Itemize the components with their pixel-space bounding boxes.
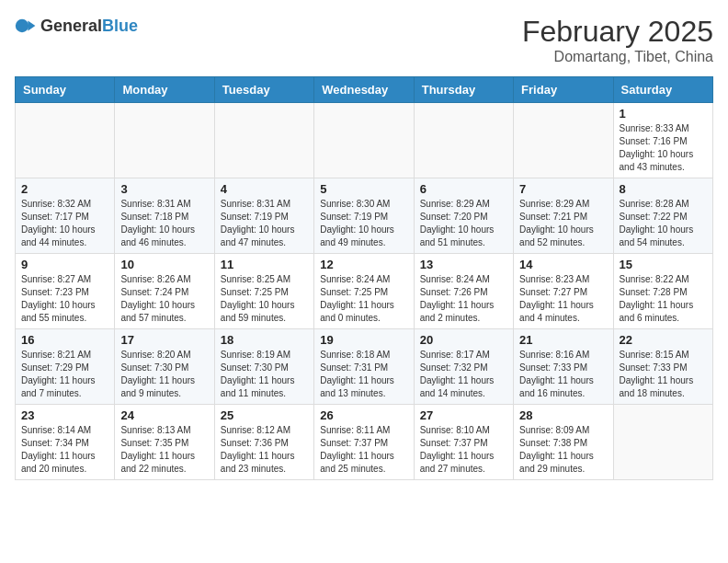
day-number: 26 bbox=[320, 408, 407, 422]
calendar-cell: 27Sunrise: 8:10 AM Sunset: 7:37 PM Dayli… bbox=[414, 405, 513, 480]
day-info: Sunrise: 8:24 AM Sunset: 7:26 PM Dayligh… bbox=[420, 273, 507, 325]
logo-icon bbox=[15, 15, 37, 37]
day-info: Sunrise: 8:19 AM Sunset: 7:30 PM Dayligh… bbox=[221, 349, 308, 400]
page-header: GeneralBlue February 2025 Domartang, Tib… bbox=[15, 15, 713, 65]
calendar-cell: 16Sunrise: 8:21 AM Sunset: 7:29 PM Dayli… bbox=[16, 329, 115, 405]
calendar-cell: 15Sunrise: 8:22 AM Sunset: 7:28 PM Dayli… bbox=[613, 254, 712, 329]
calendar-cell: 26Sunrise: 8:11 AM Sunset: 7:37 PM Dayli… bbox=[314, 405, 414, 480]
day-info: Sunrise: 8:24 AM Sunset: 7:25 PM Dayligh… bbox=[320, 273, 407, 325]
day-info: Sunrise: 8:14 AM Sunset: 7:34 PM Dayligh… bbox=[21, 424, 108, 476]
calendar-cell: 8Sunrise: 8:28 AM Sunset: 7:22 PM Daylig… bbox=[613, 178, 712, 254]
day-info: Sunrise: 8:18 AM Sunset: 7:31 PM Dayligh… bbox=[320, 349, 407, 400]
day-of-week-header: Friday bbox=[514, 77, 613, 103]
calendar-cell bbox=[214, 103, 313, 178]
day-number: 8 bbox=[620, 182, 707, 196]
calendar-cell: 28Sunrise: 8:09 AM Sunset: 7:38 PM Dayli… bbox=[514, 405, 613, 480]
logo-text-general: General bbox=[40, 17, 102, 35]
logo-text-blue: Blue bbox=[102, 17, 138, 35]
day-info: Sunrise: 8:09 AM Sunset: 7:38 PM Dayligh… bbox=[519, 424, 607, 476]
month-title: February 2025 bbox=[522, 15, 713, 49]
day-number: 16 bbox=[21, 333, 108, 347]
day-info: Sunrise: 8:17 AM Sunset: 7:32 PM Dayligh… bbox=[420, 349, 507, 400]
calendar-cell: 20Sunrise: 8:17 AM Sunset: 7:32 PM Dayli… bbox=[414, 329, 513, 405]
calendar-cell: 17Sunrise: 8:20 AM Sunset: 7:30 PM Dayli… bbox=[115, 329, 214, 405]
day-info: Sunrise: 8:11 AM Sunset: 7:37 PM Dayligh… bbox=[320, 424, 407, 476]
day-info: Sunrise: 8:15 AM Sunset: 7:33 PM Dayligh… bbox=[620, 349, 707, 400]
day-info: Sunrise: 8:23 AM Sunset: 7:27 PM Dayligh… bbox=[519, 273, 607, 325]
day-of-week-header: Sunday bbox=[16, 77, 115, 103]
calendar-table: SundayMondayTuesdayWednesdayThursdayFrid… bbox=[15, 76, 713, 480]
calendar-cell bbox=[16, 103, 115, 178]
day-number: 20 bbox=[420, 333, 507, 347]
day-info: Sunrise: 8:25 AM Sunset: 7:25 PM Dayligh… bbox=[221, 273, 308, 325]
day-info: Sunrise: 8:16 AM Sunset: 7:33 PM Dayligh… bbox=[519, 349, 607, 400]
calendar-cell: 10Sunrise: 8:26 AM Sunset: 7:24 PM Dayli… bbox=[115, 254, 214, 329]
day-number: 27 bbox=[420, 408, 507, 422]
calendar-week-row: 2Sunrise: 8:32 AM Sunset: 7:17 PM Daylig… bbox=[16, 178, 713, 254]
day-info: Sunrise: 8:26 AM Sunset: 7:24 PM Dayligh… bbox=[120, 273, 208, 325]
day-number: 4 bbox=[221, 182, 308, 196]
calendar-header-row: SundayMondayTuesdayWednesdayThursdayFrid… bbox=[16, 77, 713, 103]
day-number: 7 bbox=[519, 182, 607, 196]
calendar-cell: 3Sunrise: 8:31 AM Sunset: 7:18 PM Daylig… bbox=[115, 178, 214, 254]
day-of-week-header: Monday bbox=[115, 77, 214, 103]
calendar-cell: 1Sunrise: 8:33 AM Sunset: 7:16 PM Daylig… bbox=[613, 103, 712, 178]
calendar-cell: 25Sunrise: 8:12 AM Sunset: 7:36 PM Dayli… bbox=[214, 405, 313, 480]
calendar-cell: 12Sunrise: 8:24 AM Sunset: 7:25 PM Dayli… bbox=[314, 254, 414, 329]
calendar-cell bbox=[414, 103, 513, 178]
calendar-week-row: 23Sunrise: 8:14 AM Sunset: 7:34 PM Dayli… bbox=[16, 405, 713, 480]
day-number: 25 bbox=[221, 408, 308, 422]
title-block: February 2025 Domartang, Tibet, China bbox=[522, 15, 713, 65]
day-number: 18 bbox=[221, 333, 308, 347]
logo: GeneralBlue bbox=[15, 15, 138, 37]
day-info: Sunrise: 8:32 AM Sunset: 7:17 PM Dayligh… bbox=[21, 198, 108, 249]
day-number: 5 bbox=[320, 182, 407, 196]
day-number: 11 bbox=[221, 258, 308, 271]
day-number: 23 bbox=[21, 408, 108, 422]
calendar-cell bbox=[314, 103, 414, 178]
calendar-cell: 4Sunrise: 8:31 AM Sunset: 7:19 PM Daylig… bbox=[214, 178, 313, 254]
calendar-cell: 7Sunrise: 8:29 AM Sunset: 7:21 PM Daylig… bbox=[514, 178, 613, 254]
location-title: Domartang, Tibet, China bbox=[522, 49, 713, 65]
calendar-cell: 11Sunrise: 8:25 AM Sunset: 7:25 PM Dayli… bbox=[214, 254, 313, 329]
calendar-cell: 5Sunrise: 8:30 AM Sunset: 7:19 PM Daylig… bbox=[314, 178, 414, 254]
calendar-cell: 23Sunrise: 8:14 AM Sunset: 7:34 PM Dayli… bbox=[16, 405, 115, 480]
day-of-week-header: Wednesday bbox=[314, 77, 414, 103]
day-number: 17 bbox=[120, 333, 208, 347]
day-number: 19 bbox=[320, 333, 407, 347]
calendar-cell bbox=[613, 405, 712, 480]
day-info: Sunrise: 8:22 AM Sunset: 7:28 PM Dayligh… bbox=[620, 273, 707, 325]
calendar-cell: 18Sunrise: 8:19 AM Sunset: 7:30 PM Dayli… bbox=[214, 329, 313, 405]
calendar-cell: 22Sunrise: 8:15 AM Sunset: 7:33 PM Dayli… bbox=[613, 329, 712, 405]
day-of-week-header: Tuesday bbox=[214, 77, 313, 103]
day-info: Sunrise: 8:10 AM Sunset: 7:37 PM Dayligh… bbox=[420, 424, 507, 476]
calendar-cell: 6Sunrise: 8:29 AM Sunset: 7:20 PM Daylig… bbox=[414, 178, 513, 254]
day-info: Sunrise: 8:28 AM Sunset: 7:22 PM Dayligh… bbox=[620, 198, 707, 249]
day-number: 2 bbox=[21, 182, 108, 196]
day-number: 15 bbox=[620, 258, 707, 271]
day-number: 22 bbox=[620, 333, 707, 347]
day-info: Sunrise: 8:33 AM Sunset: 7:16 PM Dayligh… bbox=[620, 122, 707, 174]
day-info: Sunrise: 8:27 AM Sunset: 7:23 PM Dayligh… bbox=[21, 273, 108, 325]
day-info: Sunrise: 8:20 AM Sunset: 7:30 PM Dayligh… bbox=[120, 349, 208, 400]
calendar-cell: 13Sunrise: 8:24 AM Sunset: 7:26 PM Dayli… bbox=[414, 254, 513, 329]
day-number: 12 bbox=[320, 258, 407, 271]
calendar-cell: 24Sunrise: 8:13 AM Sunset: 7:35 PM Dayli… bbox=[115, 405, 214, 480]
day-number: 3 bbox=[120, 182, 208, 196]
day-info: Sunrise: 8:29 AM Sunset: 7:20 PM Dayligh… bbox=[420, 198, 507, 249]
calendar-week-row: 9Sunrise: 8:27 AM Sunset: 7:23 PM Daylig… bbox=[16, 254, 713, 329]
day-info: Sunrise: 8:21 AM Sunset: 7:29 PM Dayligh… bbox=[21, 349, 108, 400]
calendar-cell: 9Sunrise: 8:27 AM Sunset: 7:23 PM Daylig… bbox=[16, 254, 115, 329]
calendar-cell bbox=[514, 103, 613, 178]
day-number: 24 bbox=[120, 408, 208, 422]
calendar-cell: 19Sunrise: 8:18 AM Sunset: 7:31 PM Dayli… bbox=[314, 329, 414, 405]
calendar-week-row: 16Sunrise: 8:21 AM Sunset: 7:29 PM Dayli… bbox=[16, 329, 713, 405]
day-info: Sunrise: 8:31 AM Sunset: 7:18 PM Dayligh… bbox=[120, 198, 208, 249]
day-number: 6 bbox=[420, 182, 507, 196]
day-info: Sunrise: 8:29 AM Sunset: 7:21 PM Dayligh… bbox=[519, 198, 607, 249]
svg-marker-1 bbox=[28, 20, 35, 30]
day-number: 9 bbox=[21, 258, 108, 271]
day-info: Sunrise: 8:13 AM Sunset: 7:35 PM Dayligh… bbox=[120, 424, 208, 476]
day-number: 14 bbox=[519, 258, 607, 271]
day-number: 10 bbox=[120, 258, 208, 271]
